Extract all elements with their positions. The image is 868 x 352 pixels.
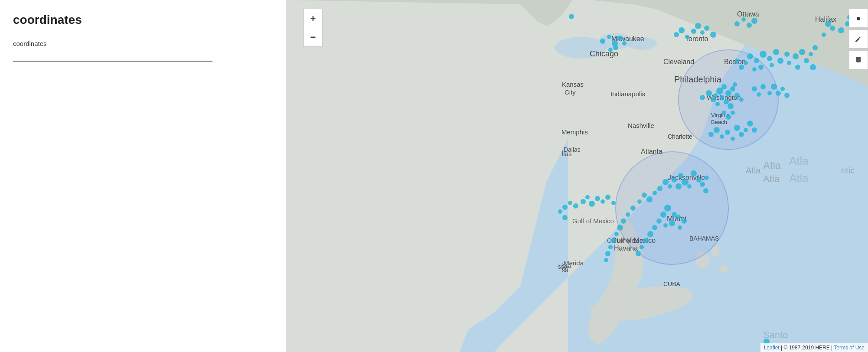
right-controls: ● <box>849 9 868 69</box>
terms-of-use-link[interactable]: Terms of Use <box>834 345 865 351</box>
svg-point-84 <box>784 52 790 57</box>
coordinates-label: coordinates <box>13 40 273 47</box>
svg-point-196 <box>751 18 757 24</box>
svg-point-178 <box>573 203 578 209</box>
coordinates-input-wrapper <box>13 50 273 62</box>
svg-point-72 <box>700 95 705 100</box>
svg-point-76 <box>747 53 753 59</box>
svg-text:Atla: Atla <box>746 166 761 175</box>
svg-point-166 <box>614 232 619 236</box>
svg-point-59 <box>725 90 731 96</box>
svg-point-106 <box>674 32 679 37</box>
svg-point-151 <box>656 218 662 224</box>
svg-point-95 <box>810 64 816 70</box>
svg-text:CUBA: CUBA <box>663 280 681 287</box>
svg-point-159 <box>636 251 641 256</box>
svg-point-187 <box>776 91 781 96</box>
zoom-in-button[interactable]: + <box>303 9 323 28</box>
svg-point-176 <box>605 195 610 200</box>
svg-point-149 <box>672 212 677 217</box>
svg-point-173 <box>589 201 595 207</box>
page-title: coordinates <box>13 13 273 27</box>
svg-point-132 <box>696 177 702 183</box>
svg-point-195 <box>747 23 752 28</box>
svg-point-175 <box>600 199 605 204</box>
svg-text:Atla: Atla <box>763 160 781 171</box>
svg-point-70 <box>706 90 712 96</box>
svg-point-130 <box>752 127 757 133</box>
svg-point-137 <box>672 177 677 183</box>
svg-point-143 <box>642 192 647 198</box>
svg-point-141 <box>653 191 657 195</box>
edit-icon <box>855 35 862 43</box>
svg-point-90 <box>735 59 739 63</box>
svg-text:Gulf of Mexico: Gulf of Mexico <box>572 217 614 225</box>
svg-point-120 <box>608 48 613 52</box>
svg-point-125 <box>731 137 735 141</box>
svg-point-153 <box>669 220 675 226</box>
svg-point-112 <box>704 26 709 31</box>
svg-point-182 <box>562 215 568 220</box>
svg-point-170 <box>604 258 608 262</box>
coordinates-input[interactable] <box>13 50 212 62</box>
leaflet-link[interactable]: Leaflet <box>764 345 780 351</box>
svg-text:Ottawa: Ottawa <box>737 10 759 18</box>
record-button[interactable]: ● <box>849 9 868 28</box>
attribution-copyright: | © 1987-2019 HERE | <box>781 345 832 351</box>
zoom-out-button[interactable]: − <box>303 28 323 47</box>
svg-point-181 <box>558 209 562 214</box>
svg-point-174 <box>595 196 600 201</box>
svg-point-133 <box>682 179 689 186</box>
left-panel: coordinates coordinates <box>0 0 286 352</box>
svg-point-122 <box>714 127 720 133</box>
svg-point-67 <box>711 97 716 102</box>
svg-point-118 <box>622 41 627 46</box>
svg-point-138 <box>668 184 672 189</box>
svg-point-140 <box>657 186 662 191</box>
svg-point-91 <box>752 67 757 72</box>
svg-point-110 <box>695 23 701 29</box>
svg-point-139 <box>662 179 669 185</box>
svg-point-188 <box>757 92 761 97</box>
svg-point-167 <box>611 238 616 243</box>
svg-point-109 <box>691 29 696 34</box>
svg-point-92 <box>799 49 805 55</box>
svg-point-193 <box>734 21 740 26</box>
svg-point-163 <box>626 212 630 217</box>
svg-text:·Merida: ·Merida <box>562 259 584 267</box>
svg-point-142 <box>646 196 653 202</box>
svg-point-168 <box>608 245 613 249</box>
svg-point-82 <box>758 65 764 70</box>
edit-button[interactable] <box>849 29 868 49</box>
svg-point-108 <box>685 35 689 39</box>
svg-point-85 <box>787 61 791 65</box>
svg-point-135 <box>687 184 692 189</box>
svg-point-177 <box>611 201 616 205</box>
svg-point-189 <box>752 86 757 91</box>
svg-point-147 <box>703 188 708 193</box>
svg-point-89 <box>739 65 744 70</box>
svg-point-65 <box>728 103 734 109</box>
svg-point-194 <box>741 17 746 22</box>
svg-point-113 <box>710 32 716 38</box>
svg-point-127 <box>739 132 744 137</box>
svg-point-124 <box>725 130 730 135</box>
svg-point-119 <box>613 45 618 50</box>
svg-point-179 <box>568 201 572 205</box>
svg-point-136 <box>675 183 682 189</box>
svg-point-172 <box>585 195 590 199</box>
svg-point-144 <box>637 199 642 204</box>
svg-text:Atla: Atla <box>763 173 780 184</box>
svg-point-71 <box>733 82 737 87</box>
svg-point-186 <box>771 84 777 90</box>
svg-point-160 <box>678 225 682 230</box>
delete-button[interactable] <box>849 50 868 69</box>
svg-point-161 <box>682 218 687 224</box>
svg-point-81 <box>770 63 774 67</box>
svg-text:Kansas: Kansas <box>562 81 584 88</box>
svg-point-103 <box>825 21 831 27</box>
map-container[interactable]: Ottawa Halifax Toronto Boston Milwaukee … <box>286 0 868 352</box>
svg-point-145 <box>700 182 705 187</box>
svg-point-101 <box>830 26 835 31</box>
svg-text:llas: llas <box>562 150 572 157</box>
